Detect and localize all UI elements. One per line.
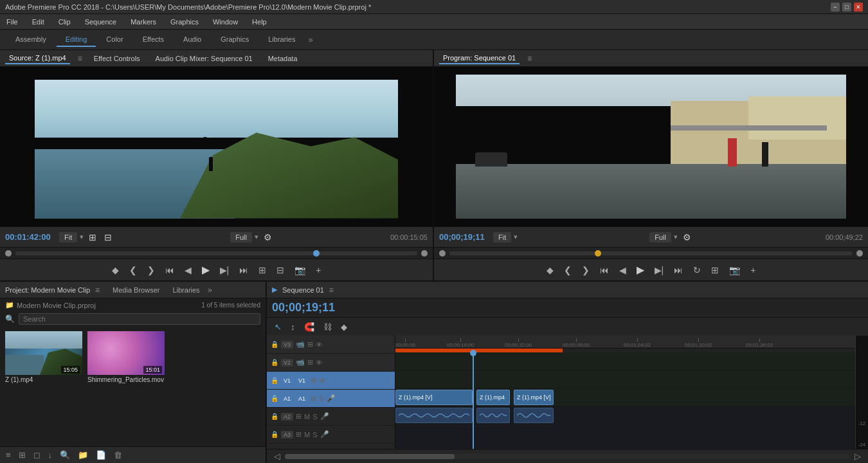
- ws-tab-audio[interactable]: Audio: [174, 33, 210, 47]
- program-add-btn[interactable]: +: [747, 263, 759, 277]
- program-goto-in-btn[interactable]: ⏮: [597, 263, 612, 277]
- program-add-marker-btn[interactable]: ◆: [543, 263, 557, 277]
- tl-linked-btn[interactable]: ⛓: [321, 321, 334, 333]
- program-settings-btn[interactable]: ⚙: [680, 231, 694, 244]
- track-visibility-a2[interactable]: A2: [281, 413, 293, 421]
- program-full-label[interactable]: Full: [649, 232, 671, 242]
- program-ruler-track[interactable]: [449, 251, 853, 255]
- search-input[interactable]: [19, 313, 260, 325]
- media-item-particles[interactable]: 15:01 Shimmering_Particles.mov: [87, 331, 165, 383]
- libraries-tab[interactable]: Libraries: [172, 286, 199, 294]
- source-full-arrow[interactable]: ▾: [255, 233, 258, 241]
- timeline-timecode-display[interactable]: 00;00;19;11: [267, 298, 340, 317]
- project-menu-icon[interactable]: ≡: [95, 286, 100, 295]
- track-eye-v1[interactable]: 👁: [319, 377, 326, 385]
- clip-a1-2[interactable]: [476, 408, 510, 423]
- track-eye-v2[interactable]: 👁: [316, 359, 323, 367]
- project-new-item-btn[interactable]: 📄: [94, 449, 108, 461]
- menu-file[interactable]: File: [4, 17, 21, 27]
- source-playhead-marker[interactable]: [313, 250, 320, 257]
- ws-tab-editing[interactable]: Editing: [57, 33, 96, 47]
- project-more-icon[interactable]: »: [208, 285, 212, 295]
- program-step-back-btn[interactable]: ◀: [616, 263, 629, 277]
- ws-tab-effects[interactable]: Effects: [134, 33, 173, 47]
- workspace-more-icon[interactable]: »: [308, 35, 312, 44]
- menu-window[interactable]: Window: [210, 17, 240, 27]
- ws-tab-libraries[interactable]: Libraries: [259, 33, 304, 47]
- source-insert-clip-btn[interactable]: ⊞: [255, 263, 269, 277]
- menu-sequence[interactable]: Sequence: [82, 17, 120, 27]
- timeline-menu-icon[interactable]: ≡: [329, 286, 334, 295]
- track-m-a2[interactable]: M: [304, 413, 310, 421]
- program-safe-margin-btn[interactable]: ⊞: [708, 263, 722, 277]
- source-mark-in-btn[interactable]: ❮: [126, 263, 140, 277]
- track-toggle-v3[interactable]: 📹: [296, 340, 305, 349]
- track-m-a3[interactable]: M: [304, 431, 310, 439]
- track-settings-v3[interactable]: ⊞: [307, 340, 313, 349]
- source-overwrite-btn[interactable]: ⊟: [273, 263, 287, 277]
- program-export-frame-btn[interactable]: 📷: [726, 263, 743, 277]
- clip-v1-1[interactable]: Z (1).mp4 [V]: [395, 390, 473, 405]
- track-m-a1[interactable]: M: [311, 395, 316, 403]
- source-insert-btn[interactable]: ⊞: [86, 231, 99, 244]
- source-fit-label[interactable]: Fit: [59, 232, 77, 242]
- clip-v1-3[interactable]: Z (1).mp4 [V]: [514, 390, 554, 405]
- track-sync-a1[interactable]: A1: [296, 395, 308, 403]
- source-settings-btn[interactable]: ⚙: [261, 231, 275, 244]
- minimize-button[interactable]: −: [831, 3, 840, 12]
- source-timecode[interactable]: 00:01:42:00: [5, 232, 57, 242]
- clip-v1-2[interactable]: Z (1).mp4: [476, 390, 510, 405]
- track-mic-a2[interactable]: 🎤: [320, 412, 329, 421]
- program-goto-out-btn[interactable]: ⏭: [671, 263, 686, 277]
- source-fit-arrow[interactable]: ▾: [80, 233, 84, 241]
- source-step-fwd-btn[interactable]: ▶|: [217, 263, 233, 277]
- program-fit-arrow[interactable]: ▾: [514, 233, 518, 241]
- project-list-view-btn[interactable]: ≡: [4, 449, 13, 461]
- program-tab[interactable]: Program: Sequence 01: [439, 53, 520, 64]
- clip-a1-1[interactable]: [395, 408, 473, 423]
- clip-a1-3[interactable]: [514, 408, 554, 423]
- source-camera-btn[interactable]: 📷: [291, 263, 309, 277]
- source-tab[interactable]: Source: Z (1).mp4: [5, 53, 70, 64]
- track-settings-a2[interactable]: ⊞: [296, 412, 302, 421]
- project-delete-btn[interactable]: 🗑: [112, 449, 124, 461]
- source-ruler-track[interactable]: [15, 251, 417, 255]
- source-step-back-btn[interactable]: ◀: [181, 263, 195, 277]
- menu-help[interactable]: Help: [249, 17, 269, 27]
- source-add-marker-btn[interactable]: ◆: [109, 263, 122, 277]
- timeline-prev-btn[interactable]: ◁: [272, 450, 282, 462]
- program-full-arrow[interactable]: ▾: [674, 233, 678, 241]
- menu-clip[interactable]: Clip: [56, 17, 73, 27]
- track-visibility-a3[interactable]: A3: [281, 431, 293, 439]
- track-s-a2[interactable]: S: [312, 413, 317, 421]
- timeline-scrollbar[interactable]: [285, 454, 850, 459]
- track-visibility-v3[interactable]: V3: [281, 341, 293, 349]
- track-settings-v2[interactable]: ⊞: [307, 358, 313, 367]
- source-full-label[interactable]: Full: [230, 232, 252, 242]
- tl-ripple-btn[interactable]: ↕: [288, 321, 298, 333]
- source-extract-btn[interactable]: ⊟: [102, 231, 114, 244]
- ws-tab-graphics[interactable]: Graphics: [212, 33, 258, 47]
- program-mark-out-btn[interactable]: ❯: [579, 263, 593, 277]
- playhead[interactable]: [473, 352, 474, 449]
- timeline-collapse-btn[interactable]: ▶: [272, 286, 277, 294]
- maximize-button[interactable]: □: [842, 3, 851, 12]
- track-toggle-v2[interactable]: 📹: [296, 358, 305, 367]
- project-new-bin-btn[interactable]: 📁: [76, 449, 90, 461]
- program-play-btn[interactable]: ▶: [633, 262, 647, 278]
- tl-select-tool[interactable]: ↖: [272, 321, 284, 333]
- track-sync-v1[interactable]: V1: [296, 377, 308, 385]
- media-browser-tab[interactable]: Media Browser: [113, 286, 159, 294]
- source-play-btn[interactable]: ▶: [199, 262, 213, 278]
- program-fit-label[interactable]: Fit: [493, 232, 511, 242]
- program-playhead-marker[interactable]: [595, 250, 601, 257]
- menu-markers[interactable]: Markers: [128, 17, 159, 27]
- track-settings-a3[interactable]: ⊞: [296, 430, 302, 439]
- timeline-next-btn[interactable]: ▷: [853, 450, 863, 462]
- program-loop-btn[interactable]: ↻: [690, 263, 704, 277]
- project-icon-view-btn[interactable]: ⊞: [17, 449, 28, 461]
- track-mic-a3[interactable]: 🎤: [320, 430, 329, 439]
- audio-clip-mixer-tab[interactable]: Audio Clip Mixer: Sequence 01: [152, 53, 257, 64]
- project-automate-btn[interactable]: ↓: [46, 449, 55, 461]
- track-visibility-v2[interactable]: V2: [281, 359, 293, 367]
